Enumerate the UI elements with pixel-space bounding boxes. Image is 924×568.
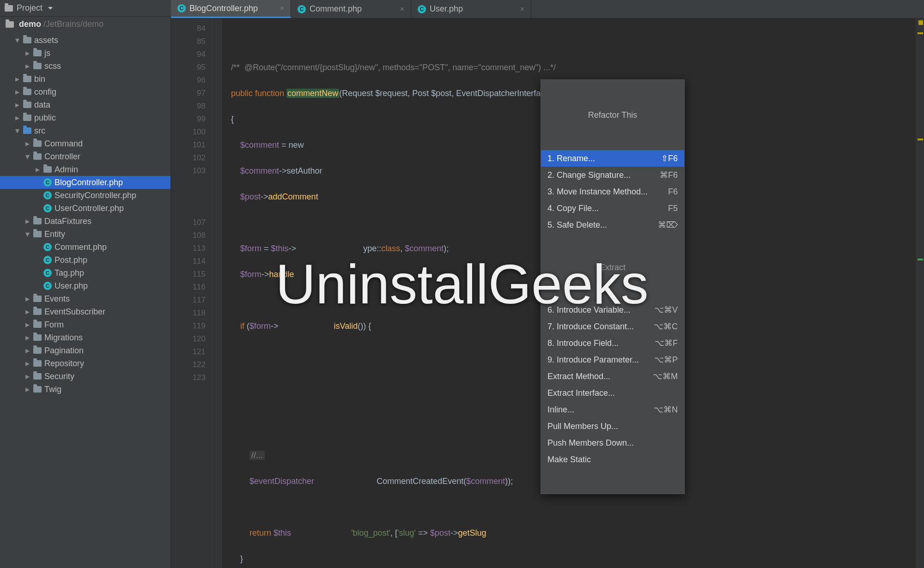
refactor-menu-item[interactable]: 3. Move Instance Method...F6	[541, 183, 684, 200]
refactor-menu-item[interactable]: 5. Safe Delete...⌘⌦	[541, 217, 684, 233]
tree-folder[interactable]: Repository	[0, 357, 170, 370]
refactor-menu-item[interactable]: 6. Introduce Variable...⌥⌘V	[541, 302, 684, 318]
tree-folder[interactable]: config	[0, 85, 170, 98]
tree-folder[interactable]: Security	[0, 370, 170, 383]
tree-file[interactable]: CUserController.php	[0, 202, 170, 215]
tree-label: User.php	[55, 281, 88, 291]
chevron-icon[interactable]	[14, 113, 20, 123]
menu-item-label: Extract Interface...	[547, 387, 615, 399]
tree-file[interactable]: CBlogController.php	[0, 176, 170, 189]
refactor-menu-item[interactable]: Extract Method...⌥⌘M	[541, 368, 684, 385]
fold-gutter	[213, 18, 222, 568]
tree-folder[interactable]: EventSubscriber	[0, 305, 170, 318]
tree-folder[interactable]: assets	[0, 34, 170, 47]
chevron-icon[interactable]	[34, 164, 41, 175]
tree-folder[interactable]: bin	[0, 73, 170, 85]
warning-marker-icon[interactable]	[918, 139, 923, 140]
editor-tab[interactable]: CUser.php×	[411, 0, 531, 18]
refactor-menu-item[interactable]: Pull Members Up...	[541, 418, 684, 435]
close-icon[interactable]: ×	[520, 5, 524, 13]
folder-icon	[43, 166, 52, 173]
editor-tab[interactable]: CBlogController.php×	[171, 0, 291, 18]
project-dropdown[interactable]: Project	[5, 3, 53, 13]
refactor-menu-item[interactable]: Push Members Down...	[541, 435, 684, 451]
close-icon[interactable]: ×	[400, 5, 404, 13]
breadcrumb[interactable]: demo /JetBrains/demo	[0, 17, 170, 32]
chevron-icon[interactable]	[14, 74, 20, 84]
tree-label: DataFixtures	[44, 217, 91, 226]
tree-label: Form	[44, 320, 64, 330]
refactor-menu-item[interactable]: Make Static	[541, 451, 684, 468]
tree-folder[interactable]: Entity	[0, 228, 170, 241]
refactor-menu-item[interactable]: 1. Rename...⇧F6	[541, 150, 684, 167]
php-file-icon: C	[43, 269, 52, 277]
code-editor[interactable]: 8485949596979899100101102103107108113114…	[171, 18, 924, 568]
tree-label: Twig	[44, 385, 61, 394]
menu-item-label: 1. Rename...	[547, 152, 595, 165]
refactor-menu-item[interactable]: 8. Introduce Field...⌥⌘F	[541, 335, 684, 351]
tree-folder[interactable]: Events	[0, 292, 170, 305]
refactor-menu-item[interactable]: 4. Copy File...F5	[541, 200, 684, 217]
refactor-menu-item[interactable]: Inline...⌥⌘N	[541, 401, 684, 418]
refactor-menu-item[interactable]: 2. Change Signature...⌘F6	[541, 167, 684, 183]
close-icon[interactable]: ×	[280, 4, 284, 12]
editor-tab[interactable]: CComment.php×	[291, 0, 411, 18]
chevron-icon[interactable]	[24, 139, 30, 149]
tree-folder[interactable]: Migrations	[0, 331, 170, 344]
chevron-icon[interactable]	[24, 151, 30, 162]
chevron-icon[interactable]	[24, 229, 30, 239]
tree-folder[interactable]: Controller	[0, 150, 170, 163]
tab-label: User.php	[430, 4, 463, 14]
folder-icon	[33, 360, 42, 367]
code-area[interactable]: /** @Route("/comment/{postSlug}/new", me…	[222, 18, 916, 568]
chevron-icon[interactable]	[14, 100, 20, 110]
warning-marker-icon[interactable]	[918, 32, 923, 34]
chevron-icon[interactable]	[24, 307, 30, 317]
tree-folder[interactable]: DataFixtures	[0, 215, 170, 228]
menu-item-label: Inline...	[547, 403, 574, 416]
tree-folder[interactable]: Admin	[0, 163, 170, 176]
method-name[interactable]: commentNew	[286, 89, 339, 98]
change-marker-icon[interactable]	[918, 259, 923, 260]
tree-file[interactable]: CTag.php	[0, 266, 170, 279]
php-file-icon: C	[43, 178, 52, 187]
menu-item-shortcut: ⌥⌘C	[654, 320, 678, 333]
chevron-icon[interactable]	[24, 345, 30, 356]
tree-file[interactable]: CSecurityController.php	[0, 189, 170, 202]
chevron-icon[interactable]	[24, 371, 30, 381]
tree-file[interactable]: CUser.php	[0, 279, 170, 292]
tree-folder[interactable]: data	[0, 98, 170, 111]
refactor-menu-item[interactable]: Extract Interface...	[541, 385, 684, 401]
chevron-icon[interactable]	[14, 126, 20, 136]
chevron-icon[interactable]	[14, 35, 20, 45]
tree-folder[interactable]: Pagination	[0, 344, 170, 357]
chevron-icon[interactable]	[24, 358, 30, 369]
tree-folder[interactable]: Form	[0, 318, 170, 331]
tree-file[interactable]: CComment.php	[0, 241, 170, 254]
tree-label: Migrations	[44, 333, 83, 343]
chevron-icon[interactable]	[24, 48, 30, 58]
chevron-icon[interactable]	[24, 332, 30, 343]
refactor-menu-item[interactable]: 9. Introduce Parameter...⌥⌘P	[541, 351, 684, 368]
line-number: 116	[171, 281, 206, 294]
menu-item-shortcut: F6	[668, 185, 678, 198]
tree-folder[interactable]: scss	[0, 60, 170, 73]
chevron-icon[interactable]	[24, 320, 30, 330]
refactor-menu-item[interactable]: 7. Introduce Constant...⌥⌘C	[541, 318, 684, 335]
tree-folder[interactable]: Command	[0, 137, 170, 150]
menu-item-label: 7. Introduce Constant...	[547, 320, 634, 333]
tree-file[interactable]: CPost.php	[0, 254, 170, 266]
tree-folder[interactable]: js	[0, 47, 170, 60]
tree-folder[interactable]: src	[0, 124, 170, 137]
chevron-icon[interactable]	[24, 61, 30, 71]
tree-folder[interactable]: public	[0, 111, 170, 124]
tree-folder[interactable]: Twig	[0, 383, 170, 396]
chevron-icon[interactable]	[24, 216, 30, 226]
chevron-icon[interactable]	[14, 87, 20, 97]
tree-label: Events	[44, 294, 70, 304]
php-file-icon: C	[177, 4, 186, 12]
menu-item-label: 9. Introduce Parameter...	[547, 353, 639, 366]
chevron-icon[interactable]	[24, 384, 30, 394]
line-number: 100	[171, 126, 206, 139]
chevron-icon[interactable]	[24, 294, 30, 304]
